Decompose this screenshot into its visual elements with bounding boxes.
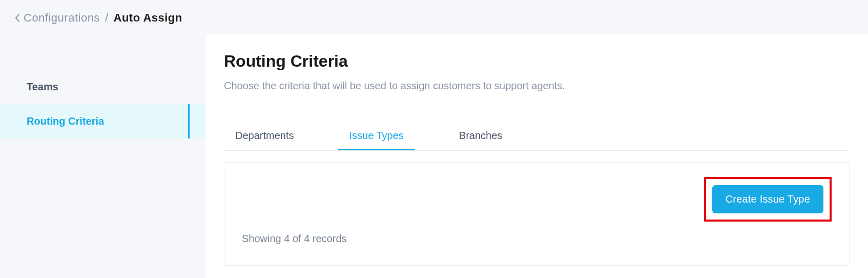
sidebar: Teams Routing Criteria	[0, 34, 205, 278]
breadcrumb-parent[interactable]: Configurations	[24, 11, 100, 25]
tab-departments[interactable]: Departments	[224, 123, 305, 150]
breadcrumb: Configurations / Auto Assign	[0, 0, 868, 34]
create-issue-type-button[interactable]: Create Issue Type	[712, 185, 823, 213]
breadcrumb-current: Auto Assign	[114, 11, 182, 25]
page-subtitle: Choose the criteria that will be used to…	[224, 80, 850, 92]
sidebar-item-label: Routing Criteria	[27, 115, 104, 127]
chevron-left-icon[interactable]	[14, 13, 20, 23]
records-count: Showing 4 of 4 records	[242, 233, 832, 245]
main-panel: Routing Criteria Choose the criteria tha…	[205, 34, 868, 278]
highlight-annotation: Create Issue Type	[704, 177, 832, 222]
breadcrumb-separator: /	[105, 11, 109, 25]
sidebar-item-routing-criteria[interactable]: Routing Criteria	[0, 104, 205, 138]
tab-branches[interactable]: Branches	[448, 123, 514, 150]
content-card: Create Issue Type Showing 4 of 4 records	[224, 162, 850, 266]
tabs: Departments Issue Types Branches	[224, 123, 850, 151]
page-title: Routing Criteria	[224, 52, 850, 71]
sidebar-item-label: Teams	[27, 81, 58, 92]
tab-issue-types[interactable]: Issue Types	[338, 123, 415, 150]
sidebar-item-teams[interactable]: Teams	[0, 70, 205, 104]
